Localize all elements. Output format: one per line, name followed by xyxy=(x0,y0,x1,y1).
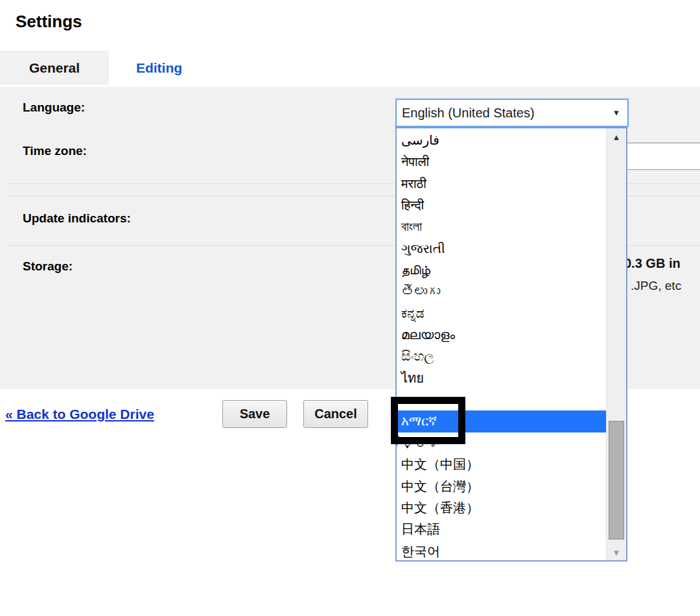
cancel-button[interactable]: Cancel xyxy=(303,400,368,428)
language-option[interactable]: ಕನ್ನಡ xyxy=(397,303,607,324)
language-option[interactable]: 日本語 xyxy=(397,519,607,540)
scroll-up-icon[interactable]: ▲ xyxy=(607,132,626,142)
chevron-down-icon: ▼ xyxy=(612,100,620,126)
language-option[interactable]: සිංහල xyxy=(397,346,607,367)
update-indicators-label: Update indicators: xyxy=(23,211,131,226)
language-option[interactable]: ગુજરાતી xyxy=(397,238,607,259)
language-option[interactable]: বাংলা xyxy=(397,216,607,237)
timezone-label: Time zone: xyxy=(23,144,87,158)
save-button[interactable]: Save xyxy=(222,400,287,428)
language-select[interactable]: English (United States) ▼ xyxy=(395,99,629,127)
language-option[interactable]: हिन्दी xyxy=(397,195,607,216)
language-select-value: English (United States) xyxy=(402,100,535,126)
language-option[interactable]: 中文（中国） xyxy=(397,454,607,475)
storage-usage-text: 0.3 GB in xyxy=(624,256,681,271)
scroll-down-icon[interactable]: ▼ xyxy=(607,548,626,558)
scrollbar-thumb[interactable] xyxy=(609,421,624,539)
language-option[interactable]: 中文（香港） xyxy=(397,497,607,519)
dropdown-scrollbar[interactable]: ▲ ▼ xyxy=(606,128,626,560)
language-option[interactable]: فارسی xyxy=(397,130,607,151)
language-option[interactable]: नेपाली xyxy=(397,151,607,172)
storage-detail-text: .JPG, etc xyxy=(631,279,681,293)
language-dropdown-list: فارسیनेपालीमराठीहिन्दीবাংলাગુજરાતીதமிழ்త… xyxy=(395,127,627,562)
language-option[interactable]: മലയാളം xyxy=(397,324,607,346)
language-option[interactable]: मराठी xyxy=(397,173,607,195)
language-dropdown-list-items: فارسیनेपालीमराठीहिन्दीবাংলাગુજરાતીதமிழ்త… xyxy=(397,130,607,562)
language-option[interactable]: 中文（台灣） xyxy=(397,476,607,497)
language-option[interactable]: தமிழ் xyxy=(397,259,607,281)
language-option[interactable]: ไทย xyxy=(397,368,607,389)
page-title: Settings xyxy=(16,12,82,32)
tab-general[interactable]: General xyxy=(0,51,109,85)
back-to-drive-link[interactable]: « Back to Google Drive xyxy=(5,407,154,422)
language-option[interactable]: తెలుగు xyxy=(397,281,607,302)
annotation-rectangle xyxy=(391,397,465,444)
language-option[interactable]: 한국어 xyxy=(397,541,607,562)
storage-label: Storage: xyxy=(23,259,73,274)
language-label: Language: xyxy=(23,101,85,115)
settings-page: Settings General Editing Language: Time … xyxy=(0,0,700,616)
tab-editing[interactable]: Editing xyxy=(109,51,209,85)
